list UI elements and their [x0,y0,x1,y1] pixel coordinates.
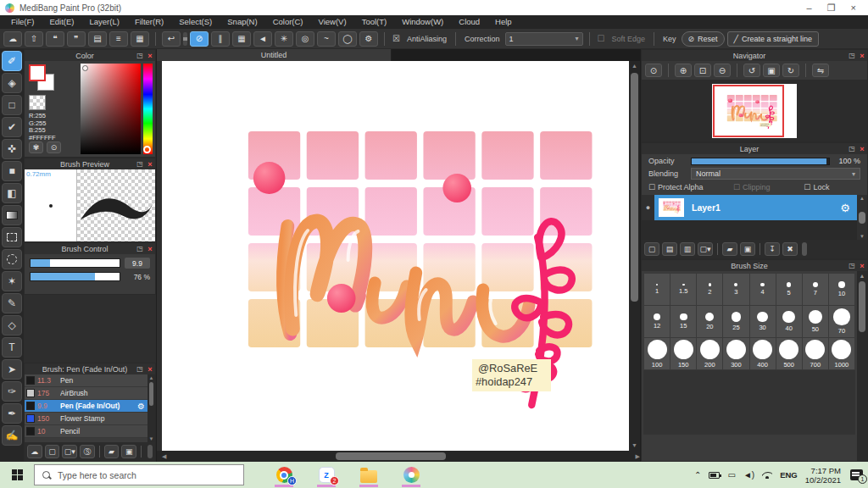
footer-scrollbar[interactable] [802,242,807,256]
layer-new-icon[interactable]: ▢ [644,242,659,256]
tray-chevron-icon[interactable]: ⌃ [694,470,701,480]
navigator-view[interactable] [642,80,867,141]
chat-icon[interactable]: ❞ [67,31,86,47]
palette-icon[interactable]: ✾ [29,141,43,153]
snap-concentric-icon[interactable]: ◎ [296,31,314,47]
layer-merge-icon[interactable]: ↧ [765,242,780,256]
close-icon[interactable]: × [857,262,867,270]
brush-size-option-3[interactable]: 3 [723,274,748,305]
footer-scrollbar[interactable] [147,445,153,458]
brush-size-option-1000[interactable]: 1000 [829,338,854,369]
snap-settings-icon[interactable]: ⚙ [359,31,378,47]
menu-item-edit[interactable]: Edit(E) [42,15,81,29]
figure-tool[interactable]: □ [2,95,22,115]
transparent-color-swatch[interactable] [29,95,46,110]
zoom-actual-icon[interactable]: ⊙ [645,64,662,77]
snap-grid-icon[interactable]: ▦ [232,31,251,47]
brush-new-menu-icon[interactable]: ▢▾ [62,445,77,458]
brush-size-option-4[interactable]: 4 [750,274,776,305]
brush-size-option-200[interactable]: 200 [697,338,722,369]
brush-settings-gear-icon[interactable]: ⚙ [137,402,145,411]
brush-item-airbrush[interactable]: 175AirBrush [25,387,147,400]
layer-delete-icon[interactable]: ✖ [782,242,798,256]
menu-item-filter[interactable]: Filter(R) [127,15,171,29]
sv-marker[interactable] [82,65,88,71]
cloud-icon[interactable]: ☁ [3,31,22,47]
undo-button[interactable]: ↩ [162,31,181,47]
close-icon[interactable]: × [145,365,155,374]
brush-item-pen-fade-in-out-[interactable]: 9.9Pen (Fade In/Out)⚙ [25,400,147,413]
brush-duplicate-icon[interactable]: ▣ [121,445,136,458]
gradient-tool[interactable] [2,205,22,225]
layer-row[interactable]: ● Layer1 ⚙ [642,195,857,220]
taskbar-chrome[interactable]: H [273,463,295,487]
menu-item-tool[interactable]: Tool(T) [354,15,395,29]
menu-item-window[interactable]: Window(W) [394,15,451,29]
foreground-color-swatch[interactable] [29,64,46,81]
display-icon[interactable]: ▭ [727,470,735,480]
snap-curve-icon[interactable]: ~ [317,31,336,47]
blending-dropdown[interactable]: Normal▾ [691,168,860,180]
saturation-value-picker[interactable] [81,64,141,154]
brush-size-option-700[interactable]: 700 [803,338,828,369]
taskbar-explorer[interactable] [358,463,380,487]
fit-view-icon[interactable]: ⊡ [694,64,711,77]
brush-item-pen[interactable]: 11.3Pen [25,374,147,387]
lock-checkbox[interactable]: ☐ Lock [804,183,860,191]
menu-item-view[interactable]: View(V) [311,15,354,29]
menu-item-cloud[interactable]: Cloud [451,15,487,29]
taskbar-medibang[interactable] [400,463,422,487]
layer-add-menu-icon[interactable]: ▢▾ [698,242,713,256]
menu-item-snap[interactable]: Snap(N) [220,15,264,29]
brush-new-icon[interactable]: ▢ [45,445,60,458]
layer-visibility-toggle[interactable]: ● [642,195,654,220]
language-indicator[interactable]: ENG [780,470,798,480]
reset-view-icon[interactable]: ▣ [763,64,780,77]
zoom-out-icon[interactable]: ⊖ [714,64,731,77]
menu-item-color[interactable]: Color(C) [265,15,311,29]
clock[interactable]: 7:17 PM10/2/2021 [805,466,841,485]
eyedropper-pen-tool[interactable]: ✑ [2,381,22,402]
layer-folder-icon[interactable]: ▰ [722,242,737,256]
brush-size-option-70[interactable]: 70 [829,306,854,337]
wifi-icon[interactable] [762,471,772,479]
document-tab[interactable]: Untitled [157,49,392,61]
close-button[interactable]: × [851,3,856,14]
comment-icon[interactable]: ❝ [46,31,64,47]
hand-tool[interactable]: ✍ [2,425,22,446]
layer-name[interactable]: Layer1 [692,202,840,213]
brush-size-option-15[interactable]: 15 [670,306,696,337]
battery-icon[interactable] [709,472,720,479]
correction-dropdown[interactable]: 1▾ [505,32,583,46]
menu-item-select[interactable]: Select(S) [171,15,220,29]
popout-icon[interactable]: ◳ [135,160,145,168]
brush-size-scrollbar[interactable]: ▲ [857,271,867,461]
opacity-slider[interactable] [691,158,830,165]
brush-size-option-25[interactable]: 25 [723,306,748,337]
brush-size-option-2[interactable]: 2 [697,274,722,305]
close-icon[interactable]: × [145,52,155,60]
snap-parallel-icon[interactable]: ∥ [211,31,230,47]
brush-opacity-slider[interactable] [30,272,120,281]
create-straight-line-button[interactable]: ╱Create a straight line [727,31,819,47]
menu-item-file[interactable]: File(F) [3,15,42,29]
zoom-in-icon[interactable]: ⊕ [675,64,692,77]
popout-icon[interactable]: ◳ [135,365,145,373]
snap-vanishing-icon[interactable]: ◄ [253,31,272,47]
soft-edge-checkbox[interactable]: ☐ [598,34,605,43]
popout-icon[interactable]: ◳ [135,52,145,59]
antialiasing-checkbox[interactable]: ☒ [392,34,400,43]
toolbar-mini-slider[interactable] [183,32,187,46]
menu-item-help[interactable]: Help [487,15,520,29]
layer-list-scrollbar[interactable]: ▲▼ [857,195,867,240]
clipping-checkbox[interactable]: ☐ Clipping [733,183,804,191]
close-icon[interactable]: × [145,245,155,253]
color-pick-icon[interactable]: ⊙ [47,141,61,153]
popout-icon[interactable]: ◳ [847,52,857,59]
brush-tool[interactable]: ✐ [2,51,22,71]
brush-size-slider[interactable] [30,258,120,268]
canvas-horizontal-scrollbar[interactable]: ◀▶ [157,451,640,462]
snap-off-icon[interactable]: ⊘ [190,31,209,47]
speaker-icon[interactable]: ◄) [743,470,754,480]
select-eraser-tool[interactable]: ◇ [2,315,22,336]
